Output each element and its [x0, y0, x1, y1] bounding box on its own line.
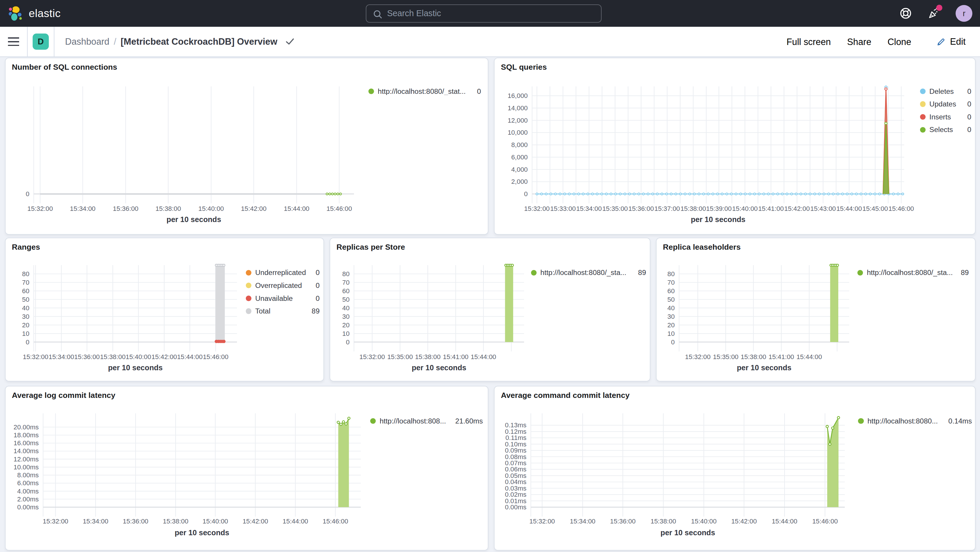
svg-text:8,000: 8,000 — [511, 141, 528, 148]
svg-text:4,000: 4,000 — [511, 165, 528, 173]
legend-label[interactable]: http://localhost:8080... — [867, 417, 938, 425]
legend-label[interactable]: Updates — [929, 100, 956, 108]
svg-text:10.00ms: 10.00ms — [14, 463, 39, 471]
svg-text:0.07ms: 0.07ms — [505, 459, 527, 467]
svg-text:15:32:00: 15:32:00 — [27, 205, 53, 212]
svg-text:0.10ms: 0.10ms — [505, 441, 527, 448]
legend-dot — [246, 270, 251, 275]
help-icon[interactable] — [899, 7, 912, 20]
legend-item: Unavailable 0 — [246, 295, 320, 302]
svg-text:15:46:00: 15:46:00 — [323, 518, 348, 525]
legend-item: http://localhost:8080/_sta... 89 — [858, 269, 969, 277]
svg-text:15:32:00: 15:32:00 — [359, 353, 385, 361]
svg-text:2,000: 2,000 — [511, 178, 528, 185]
global-search — [366, 5, 601, 23]
svg-text:15:38:00: 15:38:00 — [415, 353, 441, 361]
svg-text:15:32:00: 15:32:00 — [524, 205, 550, 212]
svg-text:0: 0 — [25, 339, 29, 346]
panel-average-log-commit-latency: 0.00ms2.00ms4.00ms6.00ms8.00ms10.00ms12.… — [5, 386, 488, 550]
breadcrumb-dashboard[interactable]: Dashboard — [65, 37, 110, 47]
svg-text:15:32:00: 15:32:00 — [530, 518, 555, 525]
svg-text:40: 40 — [22, 304, 29, 312]
share-button[interactable]: Share — [847, 37, 871, 47]
svg-text:70: 70 — [667, 279, 675, 286]
search-input[interactable] — [366, 5, 601, 22]
chart-average-log-commit-latency[interactable]: 0.00ms2.00ms4.00ms6.00ms8.00ms10.00ms12.… — [6, 387, 489, 551]
svg-text:15:42:00: 15:42:00 — [784, 205, 810, 212]
clone-button[interactable]: Clone — [888, 37, 912, 47]
svg-text:15:38:00: 15:38:00 — [156, 205, 181, 212]
svg-text:14.00ms: 14.00ms — [14, 448, 39, 455]
svg-text:15:37:00: 15:37:00 — [654, 205, 680, 212]
svg-text:0: 0 — [524, 190, 528, 197]
chart-replica-leaseholders[interactable]: 0102030405060708015:32:0015:35:0015:38:0… — [657, 238, 976, 382]
legend: http://localhost:8080/_sta... 89 — [531, 269, 646, 282]
svg-text:15:36:00: 15:36:00 — [628, 205, 654, 212]
elastic-logo[interactable]: elastic — [8, 5, 61, 21]
svg-text:per 10 seconds: per 10 seconds — [737, 363, 792, 372]
svg-text:14,000: 14,000 — [508, 104, 528, 111]
svg-text:per 10 seconds: per 10 seconds — [691, 215, 746, 224]
legend-value: 0.14ms — [948, 417, 972, 425]
chart-sql-queries[interactable]: 02,0004,0006,0008,00010,00012,00014,0001… — [495, 58, 976, 235]
panel-replicas-per-store: 0102030405060708015:32:0015:35:0015:38:0… — [329, 238, 651, 382]
nav-bar: D Dashboard / [Metricbeat CockroachDB] O… — [0, 27, 980, 57]
chart-average-command-commit-latency[interactable]: 0.00ms0.01ms0.02ms0.03ms0.04ms0.05ms0.06… — [495, 387, 976, 551]
chart-number-of-sql-connections[interactable]: 015:32:0015:34:0015:36:0015:38:0015:40:0… — [6, 58, 489, 235]
page-title[interactable]: [Metricbeat CockroachDB] Overview — [121, 37, 277, 47]
edit-button-label: Edit — [950, 37, 966, 47]
check-icon[interactable] — [285, 37, 295, 46]
svg-text:15:33:00: 15:33:00 — [550, 205, 576, 212]
svg-text:15:46:00: 15:46:00 — [812, 518, 838, 525]
dashboard-badge-cell: D — [28, 27, 54, 56]
hamburger-icon — [8, 37, 19, 46]
svg-text:15:40:00: 15:40:00 — [732, 205, 758, 212]
panel-title: SQL queries — [501, 63, 547, 72]
legend-dot — [858, 418, 864, 424]
elastic-logo-icon — [8, 5, 24, 21]
legend-value: 0 — [315, 295, 320, 302]
legend-dot — [370, 418, 376, 424]
svg-text:16.00ms: 16.00ms — [14, 440, 39, 447]
legend-value: 21.60ms — [455, 417, 483, 425]
avatar[interactable]: r — [956, 5, 972, 22]
svg-text:60: 60 — [342, 287, 350, 295]
svg-text:0.00ms: 0.00ms — [505, 503, 527, 511]
svg-text:30: 30 — [342, 313, 350, 320]
svg-text:15:34:00: 15:34:00 — [576, 205, 602, 212]
legend-item: Underreplicated 0 — [246, 269, 320, 277]
legend-label[interactable]: Unavailable — [255, 295, 293, 302]
svg-text:per 10 seconds: per 10 seconds — [412, 363, 466, 372]
svg-text:10: 10 — [342, 330, 350, 337]
legend-item: Deletes 0 — [920, 87, 971, 95]
menu-button[interactable] — [0, 27, 28, 56]
svg-text:0.00ms: 0.00ms — [18, 503, 39, 511]
svg-text:15:40:00: 15:40:00 — [199, 205, 224, 212]
legend-label[interactable]: Overreplicated — [255, 282, 302, 290]
dashboard-badge: D — [33, 33, 49, 50]
svg-text:15:42:00: 15:42:00 — [243, 518, 268, 525]
svg-text:0: 0 — [346, 339, 349, 346]
legend-label[interactable]: Underreplicated — [255, 269, 306, 277]
svg-text:15:38:00: 15:38:00 — [163, 518, 188, 525]
edit-button[interactable]: Edit — [928, 32, 974, 52]
legend-label[interactable]: Total — [255, 307, 270, 315]
svg-text:15:40:00: 15:40:00 — [691, 518, 717, 525]
legend-value: 89 — [961, 269, 969, 277]
legend-label[interactable]: http://localhost:8080/_sta... — [541, 269, 626, 277]
svg-text:15:45:00: 15:45:00 — [862, 205, 888, 212]
legend-label[interactable]: Selects — [929, 126, 953, 134]
whats-new-icon[interactable] — [928, 7, 940, 20]
chart-replicas-per-store[interactable]: 0102030405060708015:32:0015:35:0015:38:0… — [330, 238, 651, 382]
legend-label[interactable]: Deletes — [929, 87, 954, 95]
legend-label[interactable]: http://localhost:8080/_stat... — [378, 87, 466, 95]
svg-text:15:38:00: 15:38:00 — [741, 353, 766, 361]
legend-label[interactable]: http://localhost:8080/_sta... — [867, 269, 953, 277]
svg-text:16,000: 16,000 — [508, 92, 528, 99]
panel-sql-queries: 02,0004,0006,0008,00010,00012,00014,0001… — [494, 58, 975, 235]
legend-label[interactable]: http://localhost:808... — [380, 417, 446, 425]
svg-text:15:36:00: 15:36:00 — [74, 353, 100, 361]
legend-label[interactable]: Inserts — [929, 113, 951, 121]
svg-text:15:46:00: 15:46:00 — [889, 205, 914, 212]
full-screen-button[interactable]: Full screen — [786, 37, 831, 47]
